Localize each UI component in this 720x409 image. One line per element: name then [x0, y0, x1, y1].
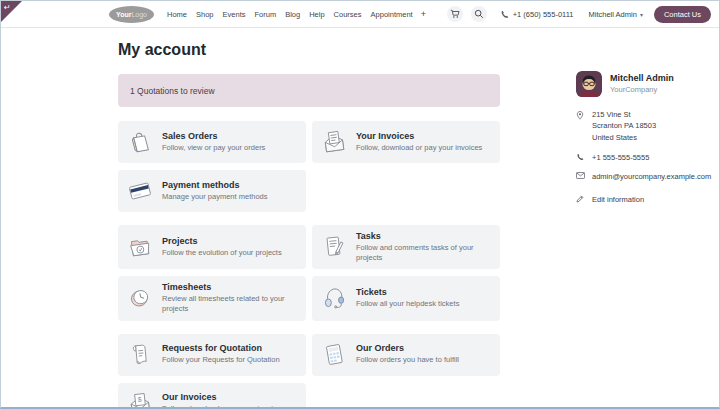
empty-grid-slot	[312, 170, 500, 212]
search-button[interactable]	[471, 6, 487, 22]
logo-text-light: Logo	[131, 11, 147, 18]
calculator-icon	[320, 340, 348, 370]
project-folder-icon	[126, 232, 154, 262]
card-our-invoices[interactable]: $ Our Invoices Follow, download or pay o…	[118, 383, 306, 409]
task-note-icon	[320, 232, 348, 262]
phone-icon	[576, 152, 586, 163]
clock-icon	[126, 283, 154, 313]
card-title: Timesheets	[162, 282, 302, 292]
menu-item-forum[interactable]: Forum	[254, 10, 276, 19]
card-subtitle: Review all timesheets related to your pr…	[162, 294, 302, 314]
card-title: Projects	[162, 236, 282, 246]
shopping-bag-icon	[126, 127, 154, 157]
account-main-content: My account 1 Quotations to review Sales …	[118, 41, 500, 409]
sidebar-user-name: Mitchell Admin	[610, 73, 674, 83]
contact-details-sidebar: Mitchell Admin YourCompany 215 Vine St S…	[576, 71, 709, 206]
alert-text: 1 Quotations to review	[130, 86, 215, 96]
quotations-review-alert[interactable]: 1 Quotations to review	[118, 74, 500, 107]
site-logo[interactable]: YourLogo	[109, 6, 154, 23]
card-tasks[interactable]: Tasks Follow and comments tasks of your …	[312, 225, 500, 269]
card-subtitle: Manage your payment methods	[162, 192, 267, 202]
sidebar-email-address: admin@yourcompany.example.com	[592, 171, 711, 182]
menu-item-home[interactable]: Home	[167, 10, 187, 19]
card-your-invoices[interactable]: Your Invoices Follow, download or pay yo…	[312, 121, 500, 163]
edit-information-label: Edit information	[592, 194, 644, 205]
card-subtitle: Follow your Requests for Quotation	[162, 355, 280, 365]
card-title: Your Invoices	[356, 131, 482, 141]
navbar-phone-link[interactable]: +1 (650) 555-0111	[500, 10, 574, 19]
sidebar-email-link[interactable]: admin@yourcompany.example.com	[576, 171, 709, 182]
card-our-orders[interactable]: Our Orders Follow orders you have to ful…	[312, 334, 500, 376]
card-subtitle: Follow, download or pay our invoices	[162, 404, 285, 409]
menu-item-appointment[interactable]: Appointment	[371, 10, 413, 19]
sidebar-phone-number: +1 555-555-5555	[592, 152, 649, 163]
menu-item-events[interactable]: Events	[223, 10, 246, 19]
search-icon	[474, 9, 484, 19]
sidebar-phone-link[interactable]: +1 555-555-5555	[576, 152, 709, 163]
card-title: Sales Orders	[162, 131, 265, 141]
card-title: Tasks	[356, 231, 496, 241]
invoice-envelope-icon	[320, 127, 348, 157]
cart-button[interactable]	[447, 6, 463, 22]
cart-icon	[450, 9, 460, 19]
menu-item-blog[interactable]: Blog	[285, 10, 300, 19]
main-menu: Home Shop Events Forum Blog Help Courses…	[167, 10, 413, 19]
headset-icon	[320, 283, 348, 313]
card-sales-orders[interactable]: Sales Orders Follow, view or pay your or…	[118, 121, 306, 163]
card-subtitle: Follow orders you have to fulfill	[356, 355, 459, 365]
menu-item-help[interactable]: Help	[309, 10, 324, 19]
card-tickets[interactable]: Tickets Follow all your helpdesk tickets	[312, 276, 500, 320]
corner-arrow-icon: ↵	[4, 3, 11, 12]
editor-corner-ribbon[interactable]: ↵	[1, 1, 22, 22]
card-payment-methods[interactable]: Payment methods Manage your payment meth…	[118, 170, 306, 212]
top-navbar: YourLogo Home Shop Events Forum Blog Hel…	[1, 1, 719, 28]
card-requests-for-quotation[interactable]: Requests for Quotation Follow your Reque…	[118, 334, 306, 376]
card-projects[interactable]: Projects Follow the evolution of your pr…	[118, 225, 306, 269]
chevron-down-icon: ▾	[640, 11, 643, 18]
card-title: Our Orders	[356, 343, 459, 353]
sidebar-address: 215 Vine St Scranton PA 18503 United Sta…	[576, 109, 709, 143]
purchase-card-grid: Requests for Quotation Follow your Reque…	[118, 334, 500, 409]
phone-icon	[500, 10, 509, 19]
page-title: My account	[118, 41, 500, 59]
menu-item-shop[interactable]: Shop	[196, 10, 214, 19]
credit-card-icon	[126, 176, 154, 206]
envelope-icon	[576, 171, 586, 182]
card-subtitle: Follow and comments tasks of your projec…	[356, 243, 496, 263]
sidebar-company-name: YourCompany	[610, 85, 674, 94]
address-line-1: 215 Vine St	[592, 110, 631, 119]
pencil-icon	[576, 194, 586, 205]
address-line-2: Scranton PA 18503	[592, 121, 656, 130]
sales-card-grid: Sales Orders Follow, view or pay your or…	[118, 121, 500, 212]
card-subtitle: Follow the evolution of your projects	[162, 248, 282, 258]
contact-us-button[interactable]: Contact Us	[654, 6, 711, 23]
card-title: Tickets	[356, 287, 459, 297]
map-pin-icon	[576, 109, 586, 143]
quotation-scroll-icon	[126, 340, 154, 370]
empty-grid-slot	[312, 383, 500, 409]
card-subtitle: Follow, download or pay your invoices	[356, 143, 482, 153]
user-account-dropdown[interactable]: Mitchell Admin ▾	[589, 10, 643, 19]
navbar-phone-number: +1 (650) 555-0111	[513, 10, 574, 19]
card-title: Our Invoices	[162, 392, 285, 402]
card-title: Requests for Quotation	[162, 343, 280, 353]
card-title: Payment methods	[162, 180, 267, 190]
dollar-envelope-icon: $	[126, 389, 154, 409]
address-line-3: United States	[592, 133, 637, 142]
add-page-button[interactable]: +	[421, 9, 426, 19]
user-menu-label: Mitchell Admin	[589, 10, 637, 19]
edit-information-link[interactable]: Edit information	[576, 194, 709, 205]
card-subtitle: Follow all your helpdesk tickets	[356, 299, 459, 309]
sidebar-user-header: Mitchell Admin YourCompany	[576, 71, 709, 97]
card-subtitle: Follow, view or pay your orders	[162, 143, 265, 153]
menu-item-courses[interactable]: Courses	[334, 10, 362, 19]
avatar	[576, 71, 602, 97]
projects-card-grid: Projects Follow the evolution of your pr…	[118, 225, 500, 321]
card-timesheets[interactable]: Timesheets Review all timesheets related…	[118, 276, 306, 320]
browser-viewport: ↵ YourLogo Home Shop Events Forum Blog H…	[0, 0, 720, 409]
logo-text-bold: Your	[116, 11, 131, 18]
